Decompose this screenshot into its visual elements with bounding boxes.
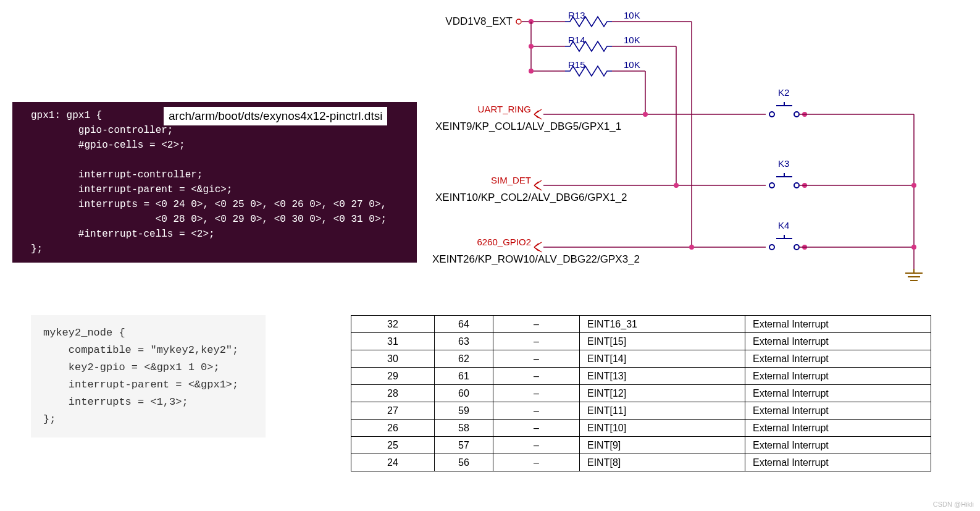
- svg-point-20: [794, 183, 799, 188]
- sim-det-net: SIM_DET: [491, 175, 531, 185]
- k3-refdes: K3: [778, 158, 789, 169]
- table-row: 3062–EINT[14]External Interrupt: [351, 350, 931, 368]
- table-row: 2961–EINT[13]External Interrupt: [351, 368, 931, 385]
- code-line: gpx1: gpx1 {: [31, 110, 102, 121]
- table-row: 2658–EINT[10]External Interrupt: [351, 420, 931, 437]
- r13-value: 10K: [624, 10, 640, 20]
- dts-file-path: arch/arm/boot/dts/exynos4x12-pinctrl.dts…: [164, 107, 387, 125]
- junction-icon: [529, 44, 534, 49]
- uart-ring-net: UART_RING: [478, 104, 531, 114]
- 6260-gpio2-net: 6260_GPIO2: [477, 237, 531, 247]
- r13-icon: [565, 17, 612, 27]
- r15-refdes: R15: [568, 59, 585, 70]
- gpx1-dts-code: gpx1: gpx1 { gpio-controller; #gpio-cell…: [12, 102, 417, 263]
- junction-icon: [911, 183, 916, 188]
- svg-point-19: [769, 183, 774, 188]
- junction-icon: [643, 112, 648, 117]
- code-line: interrupts = <1,3>;: [43, 396, 188, 408]
- table-row: 2557–EINT[9]External Interrupt: [351, 437, 931, 454]
- code-line: compatible = "mykey2,key2";: [43, 344, 238, 356]
- r15-icon: [565, 66, 612, 76]
- code-line: interrupt-controller;: [31, 169, 203, 180]
- vdd-terminal-icon: [516, 19, 521, 24]
- code-line: };: [43, 413, 56, 425]
- code-line: key2-gpio = <&gpx1 1 0>;: [43, 361, 220, 373]
- net-port-icon: [534, 180, 542, 190]
- vdd-label: VDD1V8_EXT: [445, 15, 513, 27]
- r13-refdes: R13: [568, 10, 585, 20]
- ground-icon: [905, 269, 923, 281]
- xeint26-pin: XEINT26/KP_ROW10/ALV_DBG22/GPX3_2: [432, 253, 640, 265]
- k2-refdes: K2: [778, 87, 789, 98]
- table-row: 2860–EINT[12]External Interrupt: [351, 385, 931, 402]
- mykey2-node-code: mykey2_node { compatible = "mykey2,key2"…: [31, 315, 266, 437]
- r14-refdes: R14: [568, 35, 585, 45]
- svg-point-11: [769, 112, 774, 117]
- junction-icon: [674, 183, 679, 188]
- junction-icon: [689, 245, 694, 250]
- code-line: gpio-controller;: [31, 125, 173, 136]
- watermark: CSDN @Hikli: [933, 500, 974, 508]
- junction-icon: [911, 245, 916, 250]
- code-line: <0 28 0>, <0 29 0>, <0 30 0>, <0 31 0>;: [31, 214, 387, 225]
- svg-point-26: [769, 245, 774, 250]
- r15-value: 10K: [624, 59, 640, 70]
- table-row: 2456–EINT[8]External Interrupt: [351, 454, 931, 471]
- code-line: #interrupt-cells = <2>;: [31, 229, 215, 240]
- junction-icon: [529, 69, 534, 74]
- circuit-schematic: VDD1V8_EXT R13 10K R14 10K R15 10K UART_…: [432, 6, 970, 290]
- svg-point-12: [794, 112, 799, 117]
- net-port-icon: [534, 109, 542, 119]
- xeint9-pin: XEINT9/KP_COL1/ALV_DBG5/GPX1_1: [435, 120, 621, 132]
- code-line: interrupt-parent = <&gic>;: [31, 184, 232, 195]
- net-port-icon: [534, 242, 542, 252]
- code-line: interrupts = <0 24 0>, <0 25 0>, <0 26 0…: [31, 199, 387, 210]
- r14-icon: [565, 41, 612, 51]
- k4-refdes: K4: [778, 220, 789, 230]
- table-row: 3264–EINT16_31External Interrupt: [351, 316, 931, 333]
- code-line: #gpio-cells = <2>;: [31, 140, 185, 151]
- interrupt-table-body: 3264–EINT16_31External Interrupt 3163–EI…: [351, 316, 931, 471]
- svg-point-27: [794, 245, 799, 250]
- code-line: };: [31, 243, 43, 255]
- r14-value: 10K: [624, 35, 640, 45]
- code-line: interrupt-parent = <&gpx1>;: [43, 379, 238, 391]
- code-line: mykey2_node {: [43, 327, 125, 339]
- interrupt-table: 3264–EINT16_31External Interrupt 3163–EI…: [351, 315, 931, 471]
- xeint10-pin: XEINT10/KP_COL2/ALV_DBG6/GPX1_2: [435, 192, 627, 203]
- table-row: 2759–EINT[11]External Interrupt: [351, 402, 931, 420]
- table-row: 3163–EINT[15]External Interrupt: [351, 333, 931, 350]
